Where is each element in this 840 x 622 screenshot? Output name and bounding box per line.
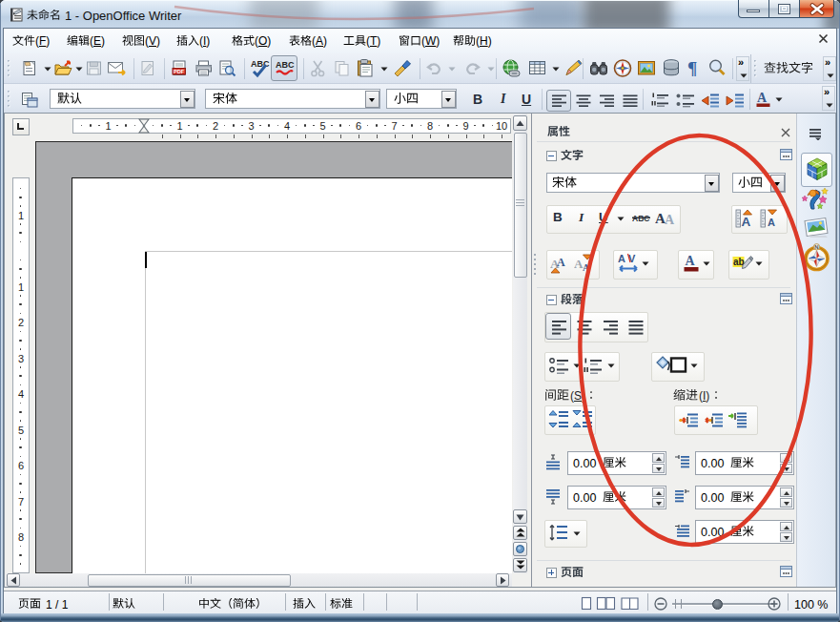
svg-text:A: A xyxy=(583,262,590,273)
svg-text:N: N xyxy=(814,244,818,250)
svg-text:ABC: ABC xyxy=(276,60,295,70)
svg-text:¶: ¶ xyxy=(687,58,697,78)
svg-text:A: A xyxy=(618,253,625,264)
svg-text:A: A xyxy=(665,213,675,227)
svg-text:ABC: ABC xyxy=(251,59,270,69)
svg-text:A: A xyxy=(757,91,768,105)
svg-text:A: A xyxy=(768,217,775,228)
svg-text:PDF: PDF xyxy=(174,69,185,74)
svg-text:A: A xyxy=(686,254,696,268)
svg-text:A: A xyxy=(557,256,565,269)
svg-text:A: A xyxy=(742,215,751,229)
